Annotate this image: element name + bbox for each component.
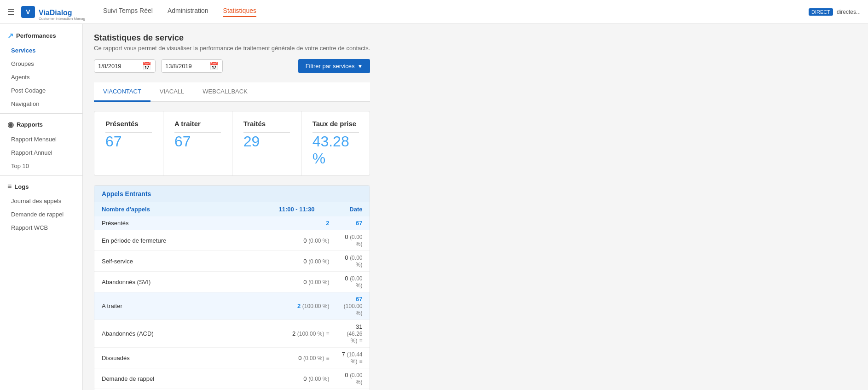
- rapports-icon: ◉: [7, 120, 14, 129]
- sidebar-item-demande-rappel[interactable]: Demande de rappel: [0, 208, 82, 221]
- tab-viacontact[interactable]: VIACONTACT: [94, 82, 150, 102]
- cell-label: Self-service: [94, 251, 243, 272]
- sidebar-header-logs[interactable]: ≡ Logs: [0, 179, 82, 194]
- sidebar-item-rapport-mensuel[interactable]: Rapport Mensuel: [0, 133, 82, 146]
- sidebar-header-performances[interactable]: ↗ Performances: [0, 28, 82, 44]
- cell-mid: 0 (0.00 %): [243, 230, 333, 251]
- tabs-row: VIACONTACT VIACALL WEBCALLBACK: [94, 82, 370, 102]
- sidebar-divider-2: [0, 175, 82, 176]
- cell-label: En période de fermeture: [94, 230, 243, 251]
- date-end-input[interactable]: [165, 63, 207, 70]
- list-icon[interactable]: ≡: [326, 331, 329, 337]
- sidebar-item-agents[interactable]: Agents: [0, 70, 82, 84]
- filter-services-button[interactable]: Filtrer par services ▼: [298, 59, 370, 73]
- cell-right-val: 0: [345, 254, 348, 261]
- nav-suivi[interactable]: Suivi Temps Réel: [103, 7, 153, 17]
- cell-right-sub: (0.00 %): [350, 275, 362, 289]
- stat-card-presentes: Présentés 67: [94, 111, 163, 175]
- cell-mid-val: 0: [303, 258, 307, 265]
- sidebar-label-performances: Performances: [16, 32, 56, 39]
- cell-mid: 0 (0.00 %)≡: [243, 348, 333, 368]
- list-icon[interactable]: ≡: [326, 355, 329, 361]
- sidebar-item-rapport-annuel[interactable]: Rapport Annuel: [0, 146, 82, 159]
- svg-text:V: V: [26, 8, 30, 16]
- stat-value-presentes: 67: [105, 133, 152, 150]
- stat-label-presentes: Présentés: [105, 120, 152, 128]
- date-end-wrap: 📅: [161, 59, 223, 73]
- cell-mid-sub: (0.00 %): [308, 279, 329, 285]
- direct-badge: DIRECT: [809, 8, 833, 16]
- stat-card-tauxprise: Taux de prise 43.28 %: [301, 111, 370, 175]
- nav-admin[interactable]: Administration: [168, 7, 208, 17]
- stat-card-atraiter: A traiter 67: [163, 111, 232, 175]
- table-row: A traiter 2 (100.00 %) 67 (100.00 %): [94, 292, 370, 320]
- sidebar-section-performances: ↗ Performances Services Groupes Agents P…: [0, 28, 82, 111]
- cell-mid-sub: (0.00 %): [308, 238, 329, 244]
- cell-right-val: 0: [345, 233, 348, 240]
- cell-mid-val: 2: [326, 220, 329, 227]
- cell-right-val: 31: [356, 323, 362, 330]
- calendar-start-icon[interactable]: 📅: [142, 62, 151, 70]
- cell-label: Présentés: [94, 216, 243, 230]
- sidebar-item-journal[interactable]: Journal des appels: [0, 194, 82, 208]
- cell-right-val: 67: [356, 296, 362, 303]
- list-icon-right[interactable]: ≡: [359, 338, 362, 344]
- data-table: Présentés 2 67 En période de fermeture 0…: [94, 216, 370, 390]
- table-row: Présentés 2 67: [94, 216, 370, 230]
- cell-right: 0 (0.00 %): [333, 272, 370, 292]
- header-username: directes...: [837, 9, 861, 15]
- cell-mid-sub: (100.00 %): [302, 303, 330, 309]
- date-start-input[interactable]: [98, 63, 139, 70]
- nav-stats[interactable]: Statistiques: [223, 7, 256, 17]
- cell-right: 0 (0.00 %): [333, 368, 370, 389]
- cell-right-val: 67: [356, 220, 362, 227]
- list-icon-right[interactable]: ≡: [359, 358, 362, 365]
- filter-btn-arrow-icon: ▼: [358, 63, 363, 70]
- stats-cards: Présentés 67 A traiter 67 Traités 29 Tau…: [94, 111, 370, 176]
- tab-viacall[interactable]: VIACALL: [150, 82, 193, 102]
- logs-icon: ≡: [7, 182, 12, 191]
- cell-right: 67: [333, 216, 370, 230]
- cell-mid: 2 (100.00 %)≡: [243, 320, 333, 348]
- cell-mid-sub: (100.00 %): [297, 331, 324, 337]
- sidebar-section-rapports: ◉ Rapports Rapport Mensuel Rapport Annue…: [0, 116, 82, 173]
- sidebar-header-rapports[interactable]: ◉ Rapports: [0, 116, 82, 133]
- filter-btn-label: Filtrer par services: [306, 63, 355, 70]
- sidebar-label-logs: Logs: [14, 183, 29, 190]
- tab-webcallback[interactable]: WEBCALLBACK: [193, 82, 257, 102]
- calendar-end-icon[interactable]: 📅: [209, 62, 219, 70]
- table-row: Dissuadés 0 (0.00 %)≡ 7 (10.44 %)≡: [94, 348, 370, 368]
- table-section-header: Appels Entrants: [94, 186, 370, 202]
- cell-right: 67 (100.00 %): [333, 292, 370, 320]
- performances-icon: ↗: [7, 31, 13, 40]
- menu-icon[interactable]: ☰: [7, 7, 15, 17]
- cell-right-sub: (0.00 %): [350, 234, 362, 247]
- main-nav: Suivi Temps Réel Administration Statisti…: [103, 7, 809, 17]
- cell-mid-val: 0: [303, 279, 307, 285]
- stat-label-traites: Traités: [243, 120, 290, 128]
- cell-right-sub: (0.00 %): [350, 372, 362, 385]
- cell-label: Dissuadés: [94, 348, 243, 368]
- table-subheader: Nombre d'appels 11:00 - 11:30 Date: [94, 202, 370, 216]
- stat-value-atraiter: 67: [174, 133, 221, 150]
- cell-mid-sub: (0.00 %): [303, 355, 324, 361]
- svg-text:ViaDialog: ViaDialog: [39, 9, 72, 17]
- cell-mid: 2: [243, 216, 333, 230]
- cell-mid-val: 2: [292, 330, 295, 337]
- sidebar-divider-1: [0, 113, 82, 114]
- cell-label: Abandonnés (ACD): [94, 320, 243, 348]
- stat-value-traites: 29: [243, 133, 290, 150]
- table-row: En période de fermeture 0 (0.00 %) 0 (0.…: [94, 230, 370, 251]
- sidebar-item-postcodage[interactable]: Post Codage: [0, 84, 82, 97]
- date-filter-row: 📅 📅 Filtrer par services ▼: [94, 59, 370, 73]
- sidebar-item-groupes[interactable]: Groupes: [0, 57, 82, 70]
- sidebar-item-top10[interactable]: Top 10: [0, 159, 82, 173]
- sidebar-item-navigation[interactable]: Navigation: [0, 97, 82, 111]
- sidebar-item-rapport-wcb[interactable]: Rapport WCB: [0, 221, 82, 234]
- table-row: Abandonnés (ACD) 2 (100.00 %)≡ 31 (46.26…: [94, 320, 370, 348]
- table-row: Self-service 0 (0.00 %) 0 (0.00 %): [94, 251, 370, 272]
- date-start-wrap: 📅: [94, 59, 156, 73]
- header: ☰ V ViaDialog Customer Interaction Manag…: [0, 0, 868, 24]
- main-content: Statistiques de service Ce rapport vous …: [83, 24, 381, 390]
- sidebar-item-services[interactable]: Services: [0, 44, 82, 57]
